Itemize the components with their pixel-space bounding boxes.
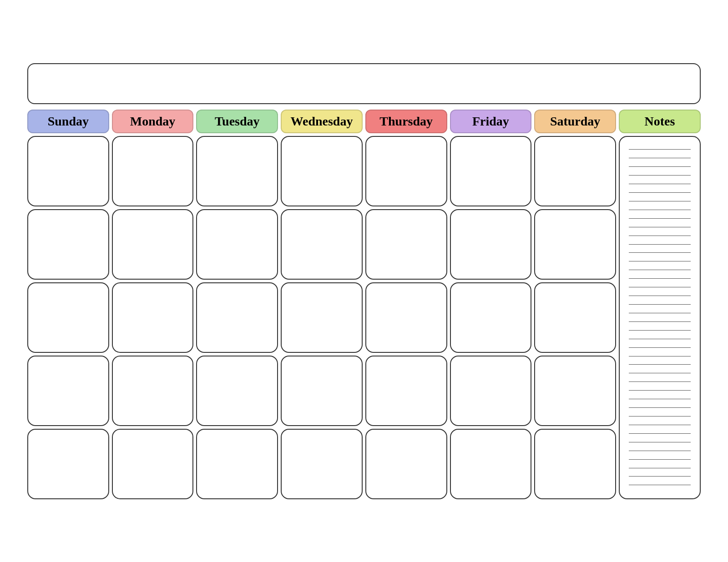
cell-row3-sat[interactable] bbox=[534, 282, 616, 353]
cell-row4-tue[interactable] bbox=[196, 356, 278, 426]
notes-line bbox=[629, 192, 691, 193]
notes-line bbox=[629, 321, 691, 322]
notes-line bbox=[629, 218, 691, 219]
header-notes: Notes bbox=[619, 110, 701, 133]
notes-line bbox=[629, 356, 691, 356]
header-monday: Monday bbox=[112, 110, 194, 133]
notes-lines bbox=[625, 141, 694, 494]
cell-row1-thu[interactable] bbox=[365, 136, 447, 206]
header-tuesday: Tuesday bbox=[196, 110, 278, 133]
notes-line bbox=[629, 347, 691, 348]
notes-line bbox=[629, 252, 691, 253]
notes-line bbox=[629, 287, 691, 287]
cell-row5-thu[interactable] bbox=[365, 429, 447, 499]
notes-section[interactable] bbox=[619, 136, 701, 499]
title-bar[interactable] bbox=[27, 63, 701, 104]
notes-line bbox=[629, 433, 691, 434]
notes-line bbox=[629, 227, 691, 227]
notes-line bbox=[629, 399, 691, 399]
notes-line bbox=[629, 476, 691, 477]
header-saturday: Saturday bbox=[534, 110, 616, 133]
notes-line bbox=[629, 166, 691, 167]
cell-row2-sat[interactable] bbox=[534, 209, 616, 280]
notes-line bbox=[629, 442, 691, 442]
notes-line bbox=[629, 416, 691, 416]
notes-line bbox=[629, 184, 691, 184]
cell-row5-tue[interactable] bbox=[196, 429, 278, 499]
notes-line bbox=[629, 468, 691, 468]
notes-line bbox=[629, 261, 691, 261]
cell-row1-mon[interactable] bbox=[112, 136, 194, 206]
cell-row3-fri[interactable] bbox=[450, 282, 532, 353]
notes-line bbox=[629, 158, 691, 158]
cell-row5-mon[interactable] bbox=[112, 429, 194, 499]
header-thursday: Thursday bbox=[365, 110, 447, 133]
cell-row5-wed[interactable] bbox=[281, 429, 363, 499]
cell-row5-sun[interactable] bbox=[27, 429, 109, 499]
cell-row3-thu[interactable] bbox=[365, 282, 447, 353]
cell-row1-sat[interactable] bbox=[534, 136, 616, 206]
notes-line bbox=[629, 304, 691, 305]
notes-line bbox=[629, 485, 691, 485]
notes-line bbox=[629, 201, 691, 201]
notes-line bbox=[629, 390, 691, 391]
notes-line bbox=[629, 459, 691, 460]
cell-row4-wed[interactable] bbox=[281, 356, 363, 426]
cell-row1-tue[interactable] bbox=[196, 136, 278, 206]
header-friday: Friday bbox=[450, 110, 532, 133]
notes-line bbox=[629, 425, 691, 425]
notes-line bbox=[629, 278, 691, 279]
notes-line bbox=[629, 451, 691, 451]
cell-row1-fri[interactable] bbox=[450, 136, 532, 206]
notes-line bbox=[629, 381, 691, 382]
notes-line bbox=[629, 149, 691, 150]
cell-row2-wed[interactable] bbox=[281, 209, 363, 280]
notes-line bbox=[629, 296, 691, 296]
cell-row4-sat[interactable] bbox=[534, 356, 616, 426]
notes-line bbox=[629, 407, 691, 408]
cell-row2-mon[interactable] bbox=[112, 209, 194, 280]
cell-row1-sun[interactable] bbox=[27, 136, 109, 206]
cell-row3-sun[interactable] bbox=[27, 282, 109, 353]
notes-line bbox=[629, 364, 691, 365]
cell-row2-thu[interactable] bbox=[365, 209, 447, 280]
cell-row4-sun[interactable] bbox=[27, 356, 109, 426]
cell-row2-sun[interactable] bbox=[27, 209, 109, 280]
notes-line bbox=[629, 175, 691, 176]
cell-row3-tue[interactable] bbox=[196, 282, 278, 353]
header-wednesday: Wednesday bbox=[281, 110, 363, 133]
notes-line bbox=[629, 313, 691, 313]
cell-row5-sat[interactable] bbox=[534, 429, 616, 499]
cell-row2-tue[interactable] bbox=[196, 209, 278, 280]
notes-line bbox=[629, 210, 691, 210]
notes-line bbox=[629, 373, 691, 373]
cell-row4-fri[interactable] bbox=[450, 356, 532, 426]
cell-row3-wed[interactable] bbox=[281, 282, 363, 353]
notes-line bbox=[629, 339, 691, 339]
calendar-grid: Sunday Monday Tuesday Wednesday Thursday… bbox=[27, 110, 701, 499]
cell-row5-fri[interactable] bbox=[450, 429, 532, 499]
notes-line bbox=[629, 236, 691, 236]
notes-line bbox=[629, 244, 691, 245]
calendar-wrapper: Sunday Monday Tuesday Wednesday Thursday… bbox=[18, 54, 710, 508]
notes-line bbox=[629, 330, 691, 331]
cell-row3-mon[interactable] bbox=[112, 282, 194, 353]
notes-line bbox=[629, 270, 691, 270]
cell-row2-fri[interactable] bbox=[450, 209, 532, 280]
header-sunday: Sunday bbox=[27, 110, 109, 133]
cell-row4-mon[interactable] bbox=[112, 356, 194, 426]
cell-row4-thu[interactable] bbox=[365, 356, 447, 426]
cell-row1-wed[interactable] bbox=[281, 136, 363, 206]
